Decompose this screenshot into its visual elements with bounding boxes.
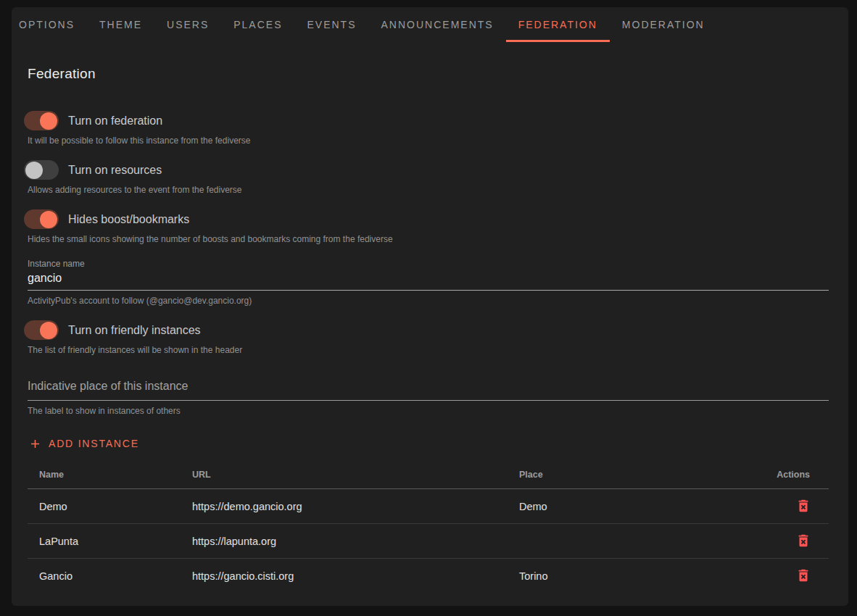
instance-name-label: Instance name	[28, 259, 829, 269]
trash-delete-icon	[795, 540, 811, 551]
instance-place-hint: The label to show in instances of others	[28, 406, 829, 416]
tab-events[interactable]: EVENTS	[295, 7, 369, 42]
instance-name-cell: Demo	[28, 489, 181, 524]
tab-users[interactable]: USERS	[154, 7, 221, 42]
instance-name-cell: Gancio	[28, 559, 181, 594]
instance-url-cell: https://lapunta.org	[181, 524, 508, 559]
column-header-actions: Actions	[747, 462, 829, 489]
tab-theme[interactable]: THEME	[87, 7, 154, 42]
tab-announcements[interactable]: ANNOUNCEMENTS	[369, 7, 506, 42]
add-instance-button[interactable]: ADD INSTANCE	[28, 430, 145, 457]
friendly-instances-toggle-hint: The list of friendly instances will be s…	[28, 345, 829, 355]
column-header-url: URL	[181, 462, 508, 489]
friendly-instances-toggle-label: Turn on friendly instances	[68, 324, 201, 337]
instance-place-input[interactable]	[28, 380, 829, 401]
resources-toggle-hint: Allows adding resources to the event fro…	[28, 185, 829, 195]
add-instance-button-label: ADD INSTANCE	[49, 438, 139, 449]
federation-settings-panel: Federation Turn on federation It will be…	[12, 42, 848, 594]
toggle-thumb-icon	[40, 211, 57, 228]
column-header-place: Place	[508, 462, 747, 489]
setting-federation: Turn on federation It will be possible t…	[28, 111, 829, 146]
instance-place-cell: Demo	[508, 489, 747, 524]
tab-moderation[interactable]: MODERATION	[610, 7, 717, 42]
delete-instance-button[interactable]	[794, 496, 813, 515]
admin-panel-card: OPTIONS THEME USERS PLACES EVENTS ANNOUN…	[12, 7, 848, 606]
table-row: Gancio https://gancio.cisti.org Torino	[28, 559, 829, 594]
table-header-row: Name URL Place Actions	[28, 462, 829, 489]
friendly-instances-table: Name URL Place Actions Demo https://demo…	[28, 462, 829, 594]
federation-toggle-label: Turn on federation	[68, 115, 162, 128]
instance-place-cell: Torino	[508, 559, 747, 594]
page-title: Federation	[28, 66, 829, 82]
trash-delete-icon	[795, 505, 811, 516]
instance-name-hint: ActivityPub's account to follow (@gancio…	[28, 296, 829, 306]
toggle-thumb-icon	[40, 112, 57, 130]
instance-place-field-group: The label to show in instances of others	[28, 380, 829, 416]
instance-name-input[interactable]	[28, 269, 829, 291]
tab-places[interactable]: PLACES	[221, 7, 294, 42]
instance-name-field-group: Instance name ActivityPub's account to f…	[28, 259, 829, 306]
friendly-instances-toggle[interactable]	[24, 320, 59, 340]
boost-bookmarks-toggle-hint: Hides the small icons showing the number…	[28, 234, 829, 244]
toggle-thumb-icon	[40, 322, 57, 339]
resources-toggle-label: Turn on resources	[68, 164, 162, 177]
column-header-name: Name	[28, 462, 181, 489]
boost-bookmarks-toggle-label: Hides boost/bookmarks	[68, 213, 189, 226]
federation-toggle-hint: It will be possible to follow this insta…	[28, 136, 829, 146]
instance-name-cell: LaPunta	[28, 524, 181, 559]
setting-resources: Turn on resources Allows adding resource…	[28, 160, 829, 195]
delete-instance-button[interactable]	[794, 531, 813, 550]
setting-friendly-instances: Turn on friendly instances The list of f…	[28, 320, 829, 355]
table-row: Demo https://demo.gancio.org Demo	[28, 489, 829, 524]
resources-toggle[interactable]	[24, 160, 59, 180]
admin-tab-bar: OPTIONS THEME USERS PLACES EVENTS ANNOUN…	[12, 7, 848, 42]
plus-icon	[28, 437, 42, 451]
tab-federation[interactable]: FEDERATION	[506, 7, 610, 42]
toggle-thumb-icon	[25, 162, 43, 179]
instance-url-cell: https://demo.gancio.org	[181, 489, 508, 524]
tab-options[interactable]: OPTIONS	[12, 7, 87, 42]
setting-boost-bookmarks: Hides boost/bookmarks Hides the small ic…	[28, 209, 829, 244]
instance-place-cell	[508, 524, 747, 559]
boost-bookmarks-toggle[interactable]	[24, 209, 59, 229]
table-row: LaPunta https://lapunta.org	[28, 524, 829, 559]
federation-toggle[interactable]	[24, 111, 59, 130]
instance-url-cell: https://gancio.cisti.org	[181, 559, 508, 594]
trash-delete-icon	[795, 575, 811, 586]
delete-instance-button[interactable]	[794, 566, 813, 585]
